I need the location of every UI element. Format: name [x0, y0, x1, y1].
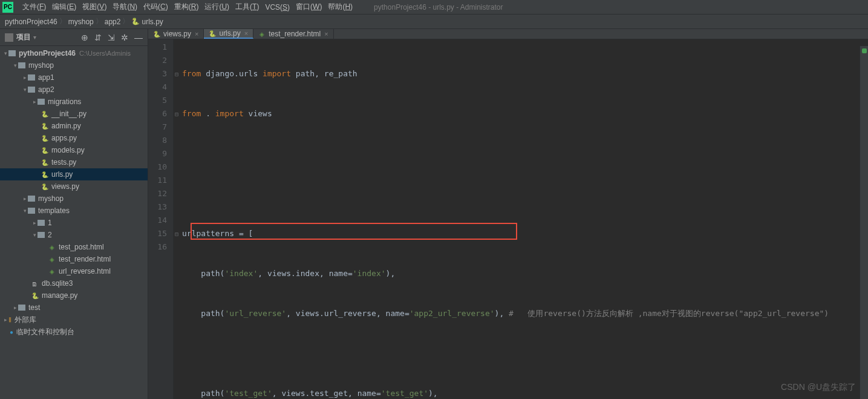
- tree-urls[interactable]: urls.py: [0, 168, 148, 180]
- menu-window[interactable]: 窗口(W): [293, 1, 325, 13]
- editor-tabs: views.py× urls.py× test_render.html×: [148, 29, 868, 39]
- breadcrumb-2[interactable]: app2: [105, 18, 121, 26]
- python-icon: 🐍: [131, 18, 140, 25]
- tree-external-lib[interactable]: ▸外部库: [0, 314, 148, 326]
- menu-edit[interactable]: 编辑(E): [49, 1, 79, 13]
- menu-vcs[interactable]: VCS(S): [262, 2, 293, 13]
- menu-navigate[interactable]: 导航(N): [109, 1, 140, 13]
- menu-run[interactable]: 运行(U): [201, 1, 232, 13]
- tree-myshop2[interactable]: ▸myshop: [0, 193, 148, 205]
- editor-area: views.py× urls.py× test_render.html× 123…: [148, 29, 868, 399]
- code-editor[interactable]: 1234 5678 9101112 13141516 ⊟from django.…: [148, 39, 868, 399]
- tree-init[interactable]: __init__.py: [0, 108, 148, 120]
- tree-app1[interactable]: ▸app1: [0, 71, 148, 84]
- hide-icon[interactable]: —: [134, 33, 143, 42]
- sidebar-title[interactable]: 项目: [16, 32, 31, 42]
- tree-models[interactable]: models.py: [0, 144, 148, 156]
- watermark: CSDN @U盘失踪了: [781, 382, 856, 393]
- line-gutter: 1234 5678 9101112 13141516: [148, 39, 174, 399]
- tree-app2[interactable]: ▾app2: [0, 84, 148, 96]
- tree-url-reverse[interactable]: url_reverse.html: [0, 265, 148, 277]
- tree-test-render[interactable]: test_render.html: [0, 253, 148, 265]
- close-icon[interactable]: ×: [195, 30, 198, 38]
- menu-bar: PC 文件(F) 编辑(E) 视图(V) 导航(N) 代码(C) 重构(R) 运…: [0, 0, 868, 15]
- menu-file[interactable]: 文件(F): [19, 1, 49, 13]
- dropdown-icon[interactable]: ▾: [33, 34, 36, 41]
- project-tree[interactable]: ▾pythonProject46C:\Users\Adminis ▾myshop…: [0, 46, 148, 399]
- tree-root[interactable]: ▾pythonProject46C:\Users\Adminis: [0, 47, 148, 59]
- code-content[interactable]: ⊟from django.urls import path, re_path ⊟…: [174, 39, 868, 399]
- breadcrumb-file[interactable]: urls.py: [142, 18, 163, 26]
- tab-views[interactable]: views.py×: [148, 29, 204, 39]
- status-marker-icon: [862, 48, 867, 53]
- close-icon[interactable]: ×: [324, 30, 328, 38]
- menu-help[interactable]: 帮助(H): [325, 1, 356, 13]
- tab-test-render[interactable]: test_render.html×: [253, 29, 333, 39]
- tree-t1[interactable]: ▸1: [0, 217, 148, 229]
- app-logo: PC: [2, 2, 13, 13]
- sidebar-header: 项目 ▾ ⊕ ⇵ ⇲ ✲ —: [0, 29, 148, 46]
- editor-scrollbar[interactable]: [860, 46, 868, 399]
- tree-views[interactable]: views.py: [0, 180, 148, 193]
- collapse-all-icon[interactable]: ⇲: [108, 33, 115, 42]
- breadcrumb-bar: pythonProject46〉 myshop〉 app2〉 🐍 urls.py: [0, 15, 868, 29]
- settings-icon[interactable]: ✲: [121, 33, 128, 42]
- tree-tests[interactable]: tests.py: [0, 156, 148, 168]
- project-sidebar: 项目 ▾ ⊕ ⇵ ⇲ ✲ — ▾pythonProject46C:\Users\…: [0, 29, 148, 399]
- menu-tools[interactable]: 工具(T): [232, 1, 262, 13]
- tree-myshop[interactable]: ▾myshop: [0, 59, 148, 71]
- menu-code[interactable]: 代码(C): [140, 1, 171, 13]
- select-opened-icon[interactable]: ⊕: [81, 33, 88, 42]
- tree-admin[interactable]: admin.py: [0, 120, 148, 132]
- app-title: pythonProject46 - urls.py - Administrato…: [374, 3, 503, 12]
- tree-test[interactable]: ▸test: [0, 302, 148, 314]
- tree-apps[interactable]: apps.py: [0, 132, 148, 144]
- tree-templates[interactable]: ▾templates: [0, 205, 148, 217]
- tree-migrations[interactable]: ▸migrations: [0, 96, 148, 108]
- tab-urls[interactable]: urls.py×: [204, 29, 253, 39]
- menu-view[interactable]: 视图(V): [79, 1, 109, 13]
- breadcrumb-1[interactable]: myshop: [68, 18, 94, 26]
- tree-test-post[interactable]: test_post.html: [0, 241, 148, 253]
- tree-manage[interactable]: manage.py: [0, 289, 148, 302]
- breadcrumb-root[interactable]: pythonProject46: [5, 18, 57, 26]
- project-tool-icon: [5, 33, 13, 42]
- expand-all-icon[interactable]: ⇵: [94, 33, 102, 42]
- close-icon[interactable]: ×: [244, 30, 248, 37]
- tree-t2[interactable]: ▾2: [0, 229, 148, 241]
- tree-scratches[interactable]: 临时文件和控制台: [0, 326, 148, 338]
- tree-db[interactable]: db.sqlite3: [0, 277, 148, 289]
- menu-refactor[interactable]: 重构(R): [171, 1, 202, 13]
